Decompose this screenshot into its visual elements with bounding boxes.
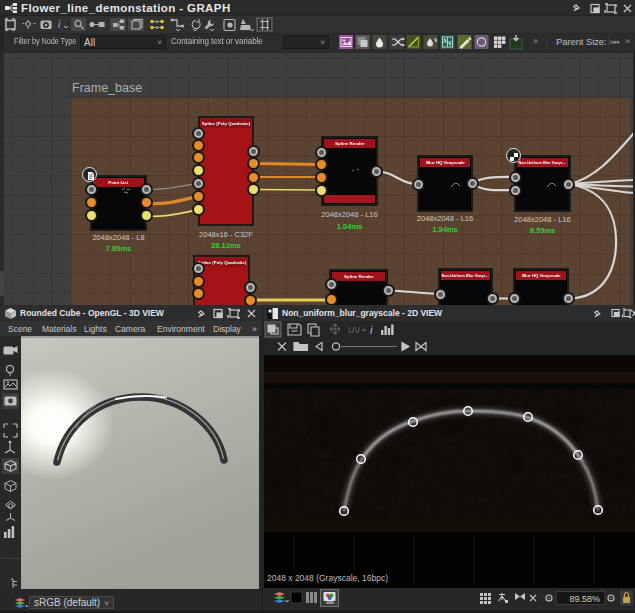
svg-text:2048 x 2048 (Grayscale, 16bpc): 2048 x 2048 (Grayscale, 16bpc) [267,573,388,583]
svg-text:89.58%: 89.58% [569,594,600,604]
svg-text:UV: UV [348,325,361,335]
svg-text:i: i [370,324,373,336]
svg-text:i: i [58,19,61,30]
